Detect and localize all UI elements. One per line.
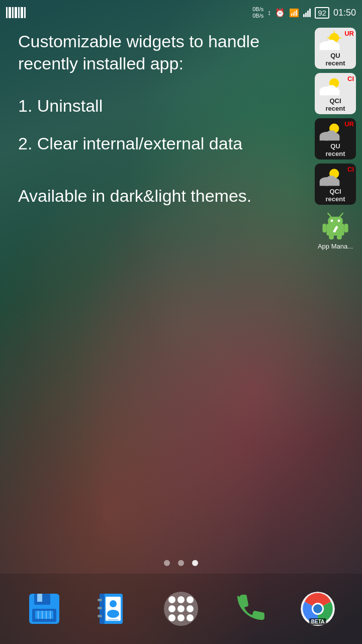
- headline-text: Customizable widgets to handle recently …: [18, 30, 312, 74]
- available-text: Available in dark&light themes.: [18, 185, 312, 207]
- widget-label-2: QCIrecent: [325, 98, 345, 112]
- weather-svg-1: [316, 29, 345, 54]
- svg-line-29: [340, 213, 343, 217]
- svg-rect-51: [98, 615, 102, 617]
- feature-1: 1. Uninstall: [18, 95, 312, 117]
- android-bot-svg: [320, 211, 350, 240]
- svg-rect-25: [328, 217, 343, 226]
- widget-ci-light[interactable]: CI QCIrecent: [315, 73, 356, 114]
- widget-ur-light[interactable]: UR QUrecent: [315, 28, 356, 69]
- data-transfer-icon: ↕: [267, 9, 271, 17]
- widgets-column: UR QUrecent CI QCIrecent UR QUrecent: [313, 28, 358, 250]
- svg-point-27: [337, 219, 340, 222]
- wifi-icon: 📶: [289, 8, 299, 18]
- widget-label-4: QCIrecent: [325, 188, 345, 203]
- beta-label: BETA: [309, 618, 326, 625]
- svg-rect-32: [329, 234, 334, 239]
- main-content: Customizable widgets to handle recently …: [18, 30, 312, 207]
- dock-phone-app[interactable]: [229, 592, 269, 626]
- svg-rect-18: [320, 136, 340, 141]
- dock: BETA: [0, 574, 362, 644]
- dots-grid: [168, 596, 194, 621]
- barcode-icon: [6, 7, 26, 18]
- widget-ur-dark[interactable]: UR QUrecent: [315, 118, 356, 159]
- app-drawer-button[interactable]: [164, 592, 198, 626]
- clock: 01:50: [333, 8, 356, 18]
- widget-badge-3: UR: [344, 120, 354, 128]
- alarm-icon: ⏰: [275, 8, 285, 18]
- svg-rect-33: [337, 234, 342, 239]
- page-dot-2[interactable]: [178, 560, 184, 566]
- svg-rect-49: [98, 599, 102, 601]
- widget-label-1: QUrecent: [325, 52, 345, 67]
- page-indicators: [0, 560, 362, 566]
- widget-badge-4: CI: [347, 166, 354, 173]
- svg-rect-23: [320, 182, 340, 186]
- svg-rect-37: [37, 594, 42, 602]
- widget-badge-1: UR: [344, 30, 354, 37]
- svg-rect-50: [98, 607, 102, 609]
- svg-rect-13: [320, 91, 340, 96]
- status-right: 0B/s 0B/s ↕ ⏰ 📶 92 01:50: [252, 6, 356, 19]
- dock-app-drawer[interactable]: [161, 592, 201, 626]
- weather-svg-4: [316, 165, 345, 190]
- dock-chrome-beta[interactable]: BETA: [298, 592, 338, 626]
- battery-indicator: 92: [315, 7, 329, 19]
- svg-rect-30: [322, 224, 326, 233]
- dock-save-app[interactable]: [24, 592, 64, 626]
- phone-svg: [232, 592, 266, 626]
- feature-2: 2. Clear internal/external data: [18, 132, 312, 154]
- weather-svg-3: [316, 119, 345, 144]
- dock-contacts-app[interactable]: [93, 592, 133, 626]
- chrome-icon[interactable]: BETA: [301, 592, 335, 626]
- svg-rect-8: [320, 46, 340, 50]
- network-speed: 0B/s 0B/s: [252, 6, 263, 19]
- svg-rect-31: [344, 224, 348, 233]
- svg-point-26: [331, 219, 333, 222]
- svg-line-28: [328, 213, 331, 217]
- widget-label-3: QUrecent: [325, 143, 345, 157]
- floppy-disk-svg: [27, 592, 61, 626]
- page-dot-1[interactable]: [164, 560, 170, 566]
- app-manager-label: App Mana...: [318, 243, 353, 250]
- svg-point-55: [313, 604, 322, 613]
- status-left: [6, 7, 26, 18]
- page-dot-3[interactable]: [192, 560, 198, 566]
- svg-point-48: [107, 610, 119, 618]
- widget-ci-dark[interactable]: CI QCIrecent: [315, 164, 356, 205]
- svg-point-47: [110, 600, 117, 607]
- status-bar: 0B/s 0B/s ↕ ⏰ 📶 92 01:50: [0, 0, 362, 25]
- weather-svg-2: [316, 74, 345, 99]
- contacts-svg: [96, 592, 130, 626]
- signal-bars: [303, 8, 311, 17]
- app-manager-icon[interactable]: App Mana...: [315, 209, 356, 250]
- widget-badge-2: CI: [347, 75, 354, 83]
- svg-rect-52: [108, 619, 119, 620]
